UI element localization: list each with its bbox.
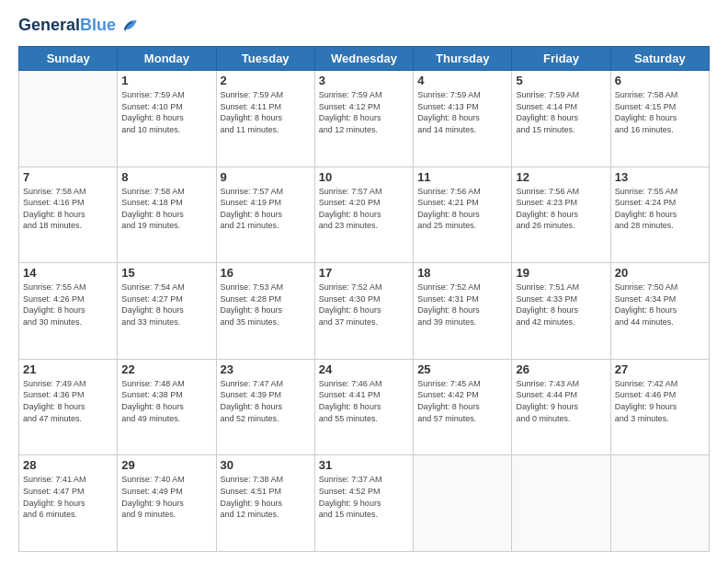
day-info: Sunrise: 7:56 AMSunset: 4:21 PMDaylight:… <box>417 186 507 232</box>
weekday-header-sunday: Sunday <box>19 47 118 71</box>
calendar-cell: 18Sunrise: 7:52 AMSunset: 4:31 PMDayligh… <box>414 263 512 360</box>
calendar-cell: 15Sunrise: 7:54 AMSunset: 4:27 PMDayligh… <box>118 263 216 360</box>
page: GeneralBlue SundayMondayTuesdayWednesday… <box>0 0 728 563</box>
calendar-cell: 27Sunrise: 7:42 AMSunset: 4:46 PMDayligh… <box>610 359 709 455</box>
day-number: 21 <box>23 362 113 376</box>
week-row-1: 1Sunrise: 7:59 AMSunset: 4:10 PMDaylight… <box>19 71 710 167</box>
calendar-cell: 23Sunrise: 7:47 AMSunset: 4:39 PMDayligh… <box>216 359 314 455</box>
day-info: Sunrise: 7:58 AMSunset: 4:15 PMDaylight:… <box>615 89 705 135</box>
day-info: Sunrise: 7:57 AMSunset: 4:20 PMDaylight:… <box>319 186 409 232</box>
weekday-header-wednesday: Wednesday <box>314 47 413 71</box>
calendar-cell: 19Sunrise: 7:51 AMSunset: 4:33 PMDayligh… <box>512 263 610 360</box>
calendar-cell <box>414 455 512 552</box>
day-info: Sunrise: 7:46 AMSunset: 4:41 PMDaylight:… <box>319 378 409 424</box>
day-number: 5 <box>516 74 606 87</box>
calendar-cell <box>512 455 610 552</box>
day-number: 3 <box>319 74 409 87</box>
calendar-cell: 10Sunrise: 7:57 AMSunset: 4:20 PMDayligh… <box>314 167 413 263</box>
day-number: 11 <box>417 170 507 184</box>
weekday-header-row: SundayMondayTuesdayWednesdayThursdayFrid… <box>19 47 710 71</box>
day-info: Sunrise: 7:43 AMSunset: 4:44 PMDaylight:… <box>516 378 606 424</box>
day-info: Sunrise: 7:50 AMSunset: 4:34 PMDaylight:… <box>615 282 705 327</box>
day-info: Sunrise: 7:58 AMSunset: 4:16 PMDaylight:… <box>23 186 113 232</box>
calendar-cell: 8Sunrise: 7:58 AMSunset: 4:18 PMDaylight… <box>118 167 216 263</box>
calendar-cell <box>610 455 709 552</box>
calendar-cell: 11Sunrise: 7:56 AMSunset: 4:21 PMDayligh… <box>414 167 512 263</box>
day-number: 19 <box>516 266 606 280</box>
calendar-cell: 12Sunrise: 7:56 AMSunset: 4:23 PMDayligh… <box>512 167 610 263</box>
day-info: Sunrise: 7:42 AMSunset: 4:46 PMDaylight:… <box>615 378 705 424</box>
calendar-cell: 25Sunrise: 7:45 AMSunset: 4:42 PMDayligh… <box>414 359 512 455</box>
day-info: Sunrise: 7:40 AMSunset: 4:49 PMDaylight:… <box>121 474 211 520</box>
day-number: 9 <box>221 170 311 184</box>
weekday-header-friday: Friday <box>512 47 610 71</box>
calendar-cell: 14Sunrise: 7:55 AMSunset: 4:26 PMDayligh… <box>19 263 118 360</box>
day-info: Sunrise: 7:54 AMSunset: 4:27 PMDaylight:… <box>121 282 211 327</box>
day-number: 30 <box>221 458 311 472</box>
day-number: 31 <box>319 458 409 472</box>
calendar-cell: 17Sunrise: 7:52 AMSunset: 4:30 PMDayligh… <box>314 263 413 360</box>
day-number: 22 <box>121 362 211 376</box>
day-number: 25 <box>417 362 507 376</box>
week-row-2: 7Sunrise: 7:58 AMSunset: 4:16 PMDaylight… <box>19 167 710 263</box>
day-info: Sunrise: 7:59 AMSunset: 4:14 PMDaylight:… <box>516 89 606 135</box>
calendar-cell: 30Sunrise: 7:38 AMSunset: 4:51 PMDayligh… <box>216 455 314 552</box>
week-row-4: 21Sunrise: 7:49 AMSunset: 4:36 PMDayligh… <box>19 359 710 455</box>
day-number: 28 <box>23 458 113 472</box>
calendar-cell: 5Sunrise: 7:59 AMSunset: 4:14 PMDaylight… <box>512 71 610 167</box>
day-number: 26 <box>516 362 606 376</box>
calendar-cell: 6Sunrise: 7:58 AMSunset: 4:15 PMDaylight… <box>610 71 709 167</box>
day-number: 15 <box>121 266 211 280</box>
calendar-cell: 28Sunrise: 7:41 AMSunset: 4:47 PMDayligh… <box>19 455 118 552</box>
day-number: 10 <box>319 170 409 184</box>
day-number: 14 <box>23 266 113 280</box>
day-number: 7 <box>23 170 113 184</box>
day-number: 18 <box>417 266 507 280</box>
day-info: Sunrise: 7:37 AMSunset: 4:52 PMDaylight:… <box>319 474 409 520</box>
day-number: 20 <box>615 266 705 280</box>
day-number: 12 <box>516 170 606 184</box>
calendar-cell: 13Sunrise: 7:55 AMSunset: 4:24 PMDayligh… <box>610 167 709 263</box>
calendar-cell: 1Sunrise: 7:59 AMSunset: 4:10 PMDaylight… <box>118 71 216 167</box>
day-number: 1 <box>121 74 211 87</box>
day-number: 2 <box>221 74 311 87</box>
calendar-cell: 24Sunrise: 7:46 AMSunset: 4:41 PMDayligh… <box>314 359 413 455</box>
day-info: Sunrise: 7:45 AMSunset: 4:42 PMDaylight:… <box>417 378 507 424</box>
calendar-cell: 22Sunrise: 7:48 AMSunset: 4:38 PMDayligh… <box>118 359 216 455</box>
day-info: Sunrise: 7:41 AMSunset: 4:47 PMDaylight:… <box>23 474 113 520</box>
day-info: Sunrise: 7:59 AMSunset: 4:12 PMDaylight:… <box>319 89 409 135</box>
day-info: Sunrise: 7:59 AMSunset: 4:10 PMDaylight:… <box>121 89 211 135</box>
day-number: 13 <box>615 170 705 184</box>
header: GeneralBlue <box>18 15 710 37</box>
day-number: 6 <box>615 74 705 87</box>
calendar-cell: 3Sunrise: 7:59 AMSunset: 4:12 PMDaylight… <box>314 71 413 167</box>
logo-icon <box>118 15 140 37</box>
day-info: Sunrise: 7:55 AMSunset: 4:26 PMDaylight:… <box>23 282 113 327</box>
logo-text: GeneralBlue <box>18 17 116 35</box>
day-info: Sunrise: 7:53 AMSunset: 4:28 PMDaylight:… <box>221 282 311 327</box>
day-info: Sunrise: 7:52 AMSunset: 4:31 PMDaylight:… <box>417 282 507 327</box>
day-number: 16 <box>221 266 311 280</box>
day-info: Sunrise: 7:38 AMSunset: 4:51 PMDaylight:… <box>221 474 311 520</box>
calendar-cell: 2Sunrise: 7:59 AMSunset: 4:11 PMDaylight… <box>216 71 314 167</box>
day-number: 24 <box>319 362 409 376</box>
day-number: 23 <box>221 362 311 376</box>
day-number: 17 <box>319 266 409 280</box>
calendar-cell: 7Sunrise: 7:58 AMSunset: 4:16 PMDaylight… <box>19 167 118 263</box>
weekday-header-monday: Monday <box>118 47 216 71</box>
calendar-table: SundayMondayTuesdayWednesdayThursdayFrid… <box>18 46 710 552</box>
weekday-header-tuesday: Tuesday <box>216 47 314 71</box>
week-row-3: 14Sunrise: 7:55 AMSunset: 4:26 PMDayligh… <box>19 263 710 360</box>
calendar-cell: 16Sunrise: 7:53 AMSunset: 4:28 PMDayligh… <box>216 263 314 360</box>
weekday-header-saturday: Saturday <box>610 47 709 71</box>
day-info: Sunrise: 7:49 AMSunset: 4:36 PMDaylight:… <box>23 378 113 424</box>
weekday-header-thursday: Thursday <box>414 47 512 71</box>
day-info: Sunrise: 7:47 AMSunset: 4:39 PMDaylight:… <box>221 378 311 424</box>
logo: GeneralBlue <box>18 15 140 37</box>
day-info: Sunrise: 7:59 AMSunset: 4:11 PMDaylight:… <box>221 89 311 135</box>
day-number: 29 <box>121 458 211 472</box>
calendar-cell: 26Sunrise: 7:43 AMSunset: 4:44 PMDayligh… <box>512 359 610 455</box>
day-number: 4 <box>417 74 507 87</box>
day-info: Sunrise: 7:58 AMSunset: 4:18 PMDaylight:… <box>121 186 211 232</box>
day-number: 27 <box>615 362 705 376</box>
